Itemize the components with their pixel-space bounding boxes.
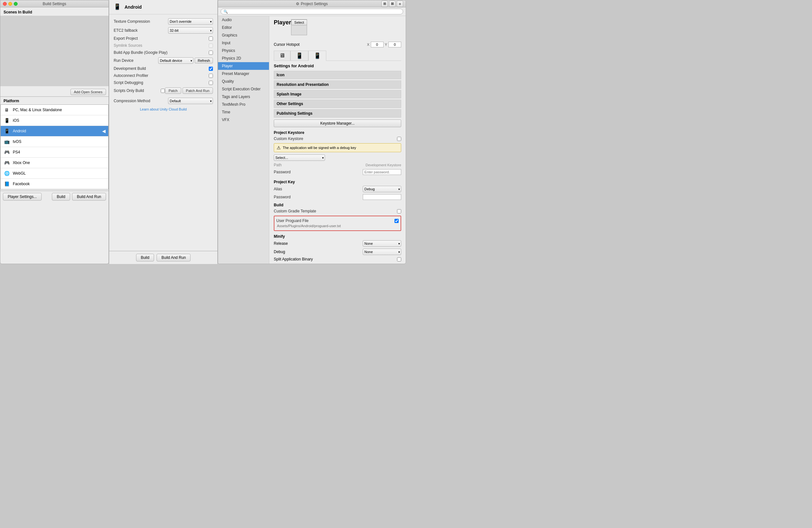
compression-method-row: Compression Method Default (114, 97, 213, 105)
publishing-section-header[interactable]: Publishing Settings (274, 109, 401, 118)
development-build-checkbox[interactable] (209, 67, 213, 71)
sidebar-item-tagsandlayers[interactable]: Tags and Layers (218, 93, 269, 101)
sidebar-item-textmeshpro[interactable]: TextMesh Pro (218, 101, 269, 108)
add-open-scenes-button[interactable]: Add Open Scenes (70, 89, 106, 95)
ps-search-input[interactable] (221, 9, 403, 14)
build-app-bundle-checkbox[interactable] (209, 51, 213, 55)
run-device-select[interactable]: Default device (158, 57, 193, 64)
user-proguard-row: User Proguard File (276, 217, 398, 224)
select-button[interactable]: Select (291, 19, 307, 25)
patch-and-run-button[interactable]: Patch And Run (183, 87, 213, 94)
close-button[interactable] (3, 2, 7, 6)
player-settings-button[interactable]: Player Settings... (3, 193, 42, 201)
tab-android[interactable]: 📱 (308, 51, 326, 61)
keystore-manager-button[interactable]: Keystore Manager... (274, 119, 401, 127)
ps-sidebar: Audio Editor Graphics Input Physics Phys… (218, 16, 269, 264)
platform-label-tvos: tvOS (13, 139, 21, 144)
sidebar-item-physics2d[interactable]: Physics 2D (218, 55, 269, 62)
android-build-button[interactable]: Build (136, 254, 154, 261)
sidebar-item-time[interactable]: Time (218, 108, 269, 116)
minify-release-select[interactable]: None (363, 240, 401, 247)
keystore-path-label: Path (274, 163, 366, 167)
platform-item-xboxone[interactable]: 🎮 Xbox One (1, 158, 108, 168)
sidebar-item-scriptexecutionorder[interactable]: Script Execution Order (218, 85, 269, 93)
autoconnect-profiler-checkbox[interactable] (209, 74, 213, 78)
ps-icon-btn-2[interactable]: ⊠ (389, 1, 395, 7)
tvos-icon: 📺 (3, 138, 10, 145)
project-key-password-input[interactable] (363, 194, 401, 200)
splash-section-header[interactable]: Splash Image (274, 90, 401, 98)
sidebar-item-quality[interactable]: Quality (218, 77, 269, 85)
script-debugging-checkbox[interactable] (209, 81, 213, 85)
traffic-lights (3, 2, 18, 6)
ps-toolbar (218, 8, 406, 16)
keystore-dropdown[interactable]: Select... (274, 154, 325, 161)
user-proguard-path: Assets/Plugins/Android/proguard-user.txt (276, 224, 398, 229)
icon-section-header[interactable]: Icon (274, 71, 401, 79)
texture-compression-select[interactable]: Don't override (168, 18, 213, 25)
refresh-button[interactable]: Refresh (195, 58, 213, 63)
other-settings-section-header[interactable]: Other Settings (274, 100, 401, 108)
project-settings-title: Project Settings (301, 2, 328, 6)
sidebar-item-graphics[interactable]: Graphics (218, 31, 269, 39)
sidebar-item-editor[interactable]: Editor (218, 24, 269, 31)
etc2-fallback-select[interactable]: 32-bit (168, 27, 213, 34)
texture-compression-select-wrapper: Don't override (168, 18, 213, 25)
minify-debug-select[interactable]: None (363, 248, 401, 255)
platform-item-facebook[interactable]: 📘 Facebook (1, 179, 108, 189)
maximize-button[interactable] (14, 2, 18, 6)
cloud-link[interactable]: Learn about Unity Cloud Build (114, 105, 213, 113)
sidebar-item-physics[interactable]: Physics (218, 47, 269, 55)
cursor-x-input[interactable]: 0 (371, 42, 383, 47)
split-app-checkbox[interactable] (397, 257, 401, 261)
compression-method-select[interactable]: Default (168, 98, 213, 104)
alias-select[interactable]: Debug (363, 186, 401, 192)
etc2-fallback-row: ETC2 fallback 32-bit (114, 26, 213, 35)
keystore-password-input[interactable] (363, 169, 401, 175)
export-project-row: Export Project (114, 35, 213, 42)
platform-item-ps4[interactable]: 🎮 PS4 (1, 147, 108, 158)
script-debugging-row: Script Debugging (114, 79, 213, 86)
build-button[interactable]: Build (52, 193, 70, 201)
patch-button[interactable]: Patch (165, 87, 181, 94)
platform-item-ios[interactable]: 📱 iOS (1, 115, 108, 126)
symlink-sources-row: Symlink Sources (114, 42, 213, 49)
platform-item-tvos[interactable]: 📺 tvOS (1, 137, 108, 147)
export-project-checkbox[interactable] (209, 37, 213, 41)
tab-mobile[interactable]: 📱 (290, 51, 308, 60)
ps-icon-btn-3[interactable]: ≡ (397, 1, 403, 7)
platform-item-webgl[interactable]: 🌐 WebGL (1, 168, 108, 179)
android-selected-indicator: ◀ (102, 128, 106, 133)
development-build-row: Development Build (114, 65, 213, 72)
custom-gradle-checkbox[interactable] (397, 209, 401, 213)
user-proguard-checkbox[interactable] (394, 219, 398, 223)
compression-method-label: Compression Method (114, 99, 168, 103)
build-and-run-button[interactable]: Build And Run (72, 193, 106, 201)
project-settings-titlebar: ⚙ Project Settings ⊞ ⊠ ≡ (218, 0, 406, 8)
resolution-section-header[interactable]: Resolution and Presentation (274, 81, 401, 89)
tab-standalone[interactable]: 🖥 (274, 51, 290, 60)
platform-label-pc: PC, Mac & Linux Standalone (13, 108, 62, 112)
project-key-title: Project Key (274, 179, 401, 185)
android-build-and-run-button[interactable]: Build And Run (157, 254, 190, 261)
project-key-password-row: Password (274, 193, 401, 201)
sidebar-item-presetmanager[interactable]: Preset Manager (218, 70, 269, 77)
scripts-only-build-checkbox[interactable] (161, 89, 165, 93)
minify-debug-select-wrapper: None (363, 248, 401, 255)
xbox-icon: 🎮 (3, 159, 10, 166)
sidebar-item-vfx[interactable]: VFX (218, 116, 269, 124)
minimize-button[interactable] (8, 2, 12, 6)
sidebar-item-player[interactable]: Player (218, 62, 269, 70)
symlink-sources-label: Symlink Sources (114, 43, 209, 48)
cursor-y-input[interactable]: 0 (388, 42, 401, 47)
sidebar-item-input[interactable]: Input (218, 39, 269, 47)
ps-icon-btn-1[interactable]: ⊞ (381, 1, 388, 7)
sidebar-item-audio[interactable]: Audio (218, 16, 269, 24)
project-keystore-title: Project Keystore (274, 129, 401, 135)
platform-item-pc[interactable]: 🖥 PC, Mac & Linux Standalone (1, 105, 108, 115)
custom-keystore-checkbox[interactable] (397, 137, 401, 141)
xy-inputs: X 0 Y 0 (367, 42, 401, 47)
platform-item-android[interactable]: 📱 Android ◀ (1, 126, 108, 137)
symlink-sources-checkbox[interactable] (209, 44, 213, 48)
settings-for-label: Settings for Android (274, 63, 401, 68)
